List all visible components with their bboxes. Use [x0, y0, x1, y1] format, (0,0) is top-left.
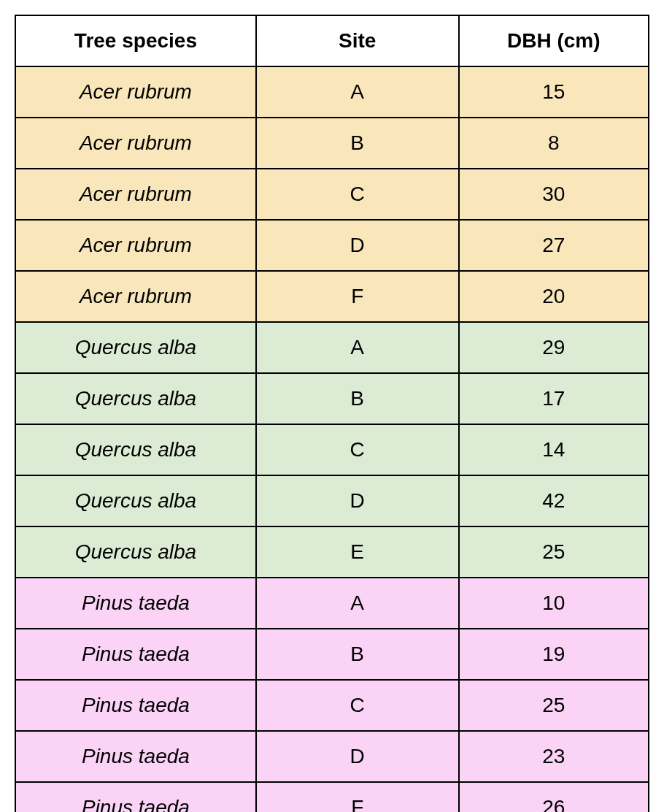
cell-site: F [256, 782, 459, 812]
cell-dbh: 15 [459, 66, 649, 118]
cell-site: D [256, 220, 459, 271]
table-row: Quercus alba A 29 [15, 322, 649, 373]
cell-species: Quercus alba [15, 475, 256, 526]
cell-dbh: 10 [459, 578, 649, 629]
table-body: Acer rubrum A 15 Acer rubrum B 8 Acer ru… [15, 66, 649, 812]
cell-site: D [256, 731, 459, 782]
header-species: Tree species [15, 15, 256, 66]
cell-dbh: 42 [459, 475, 649, 526]
cell-species: Acer rubrum [15, 118, 256, 169]
cell-dbh: 17 [459, 373, 649, 424]
table-row: Pinus taeda D 23 [15, 731, 649, 782]
cell-dbh: 30 [459, 169, 649, 220]
cell-species: Pinus taeda [15, 731, 256, 782]
table-row: Acer rubrum D 27 [15, 220, 649, 271]
cell-dbh: 27 [459, 220, 649, 271]
table-row: Acer rubrum A 15 [15, 66, 649, 118]
cell-species: Pinus taeda [15, 782, 256, 812]
cell-dbh: 25 [459, 680, 649, 731]
cell-site: B [256, 629, 459, 680]
cell-species: Acer rubrum [15, 66, 256, 118]
cell-dbh: 26 [459, 782, 649, 812]
cell-species: Quercus alba [15, 526, 256, 578]
table-row: Acer rubrum B 8 [15, 118, 649, 169]
cell-species: Acer rubrum [15, 169, 256, 220]
header-dbh: DBH (cm) [459, 15, 649, 66]
cell-site: D [256, 475, 459, 526]
cell-site: A [256, 578, 459, 629]
cell-dbh: 25 [459, 526, 649, 578]
table-row: Quercus alba B 17 [15, 373, 649, 424]
cell-species: Pinus taeda [15, 680, 256, 731]
table-row: Acer rubrum F 20 [15, 271, 649, 322]
cell-species: Acer rubrum [15, 220, 256, 271]
cell-species: Acer rubrum [15, 271, 256, 322]
cell-site: C [256, 169, 459, 220]
header-site: Site [256, 15, 459, 66]
table-row: Pinus taeda C 25 [15, 680, 649, 731]
cell-dbh: 23 [459, 731, 649, 782]
table-row: Pinus taeda F 26 [15, 782, 649, 812]
cell-site: E [256, 526, 459, 578]
cell-dbh: 29 [459, 322, 649, 373]
table-row: Quercus alba E 25 [15, 526, 649, 578]
cell-site: B [256, 118, 459, 169]
table-row: Pinus taeda A 10 [15, 578, 649, 629]
cell-species: Quercus alba [15, 424, 256, 475]
cell-site: C [256, 424, 459, 475]
cell-site: F [256, 271, 459, 322]
cell-site: A [256, 66, 459, 118]
table-row: Pinus taeda B 19 [15, 629, 649, 680]
table-row: Quercus alba C 14 [15, 424, 649, 475]
cell-dbh: 8 [459, 118, 649, 169]
cell-species: Quercus alba [15, 322, 256, 373]
cell-site: B [256, 373, 459, 424]
table-row: Acer rubrum C 30 [15, 169, 649, 220]
cell-species: Quercus alba [15, 373, 256, 424]
table-header-row: Tree species Site DBH (cm) [15, 15, 649, 66]
cell-species: Pinus taeda [15, 629, 256, 680]
tree-data-table: Tree species Site DBH (cm) Acer rubrum A… [15, 15, 649, 812]
cell-dbh: 14 [459, 424, 649, 475]
table-row: Quercus alba D 42 [15, 475, 649, 526]
cell-site: C [256, 680, 459, 731]
cell-site: A [256, 322, 459, 373]
cell-dbh: 19 [459, 629, 649, 680]
cell-dbh: 20 [459, 271, 649, 322]
cell-species: Pinus taeda [15, 578, 256, 629]
